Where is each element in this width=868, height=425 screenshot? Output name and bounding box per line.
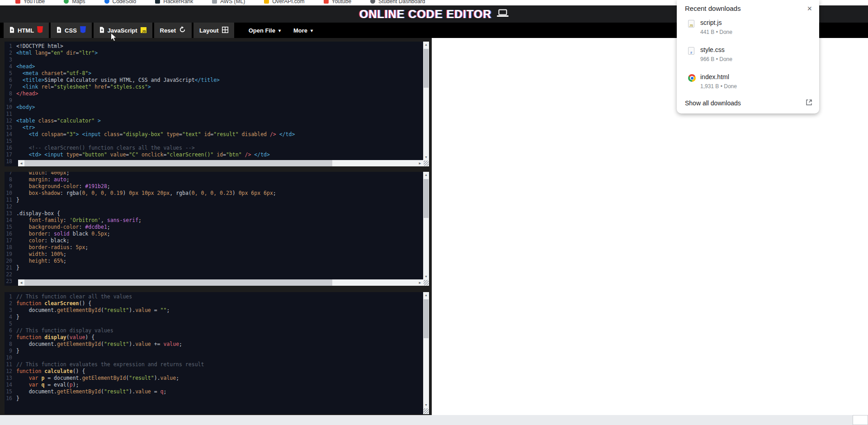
bookmark-item[interactable]: OverAPI.com [264, 0, 304, 5]
bookmark-item[interactable]: Maps [64, 0, 85, 5]
code-line[interactable]: 5 [5, 321, 429, 327]
download-file-name[interactable]: script.js [700, 19, 732, 26]
scroll-down-arrow-icon[interactable]: ▼ [423, 154, 429, 160]
layout-button[interactable]: Layout [193, 23, 234, 38]
js-editor-vscrollbar[interactable]: ▲ ▼ [423, 292, 429, 414]
download-item[interactable]: index.html1,931 B • Done [677, 73, 819, 100]
code-line[interactable]: 15 document.getElementById("result").val… [5, 388, 429, 395]
bookmark-item[interactable]: Student Dashboard [370, 0, 425, 5]
download-file-name[interactable]: index.html [700, 73, 737, 80]
code-line[interactable]: 7function display(value) { [5, 334, 429, 341]
code-line[interactable]: 8</head> [5, 90, 429, 97]
js-editor-panel[interactable]: 1// This function clear all the values2f… [5, 292, 429, 414]
code-line[interactable]: 16 <!-- clearScreen() function clears al… [5, 145, 429, 151]
code-line[interactable]: 8 document.getElementById("result").valu… [5, 341, 429, 348]
bookmark-item[interactable]: YouTube [15, 0, 45, 5]
resize-grip-icon[interactable] [423, 279, 429, 286]
scroll-down-arrow-icon[interactable]: ▼ [423, 274, 429, 279]
code-line[interactable]: 21} [5, 264, 429, 271]
code-line[interactable]: 12<table class="calculator" > [5, 118, 429, 124]
code-line[interactable]: 8 margin: auto; [5, 176, 429, 183]
scroll-left-arrow-icon[interactable]: ◄ [18, 281, 24, 285]
hscroll-thumb[interactable] [24, 279, 332, 286]
code-line[interactable]: 16 border: solid black 0.5px; [5, 231, 429, 237]
code-line[interactable]: 22 [5, 271, 429, 278]
hscroll-thumb[interactable] [24, 160, 332, 166]
css-editor-panel[interactable]: 7 width: 400px;8 margin: auto;9 backgrou… [5, 172, 429, 286]
css-file-button[interactable]: CSS [51, 23, 92, 38]
scroll-right-arrow-icon[interactable]: ► [417, 281, 423, 285]
resize-grip-icon[interactable] [423, 408, 429, 414]
vscroll-thumb[interactable] [424, 179, 429, 218]
vscroll-thumb[interactable] [424, 299, 429, 338]
reset-button[interactable]: Reset [154, 23, 192, 38]
code-line[interactable]: 9 [5, 97, 429, 104]
code-line[interactable]: 11 [5, 111, 429, 118]
scroll-down-arrow-icon[interactable]: ▼ [423, 402, 429, 408]
scroll-up-arrow-icon[interactable]: ▲ [423, 292, 429, 298]
download-item[interactable]: JSscript.js441 B • Done [677, 19, 819, 46]
scroll-left-arrow-icon[interactable]: ◄ [18, 161, 24, 165]
code-line[interactable]: 12function calculate() { [5, 368, 429, 375]
code-line[interactable]: 2function clearScreen() { [5, 300, 429, 307]
scroll-up-arrow-icon[interactable]: ▲ [423, 172, 429, 178]
html-editor-vscrollbar[interactable]: ▲ ▼ [423, 42, 429, 166]
code-line[interactable]: 10 box-shadow: rgba(0, 0, 0, 0.19) 0px 1… [5, 190, 429, 197]
code-line[interactable]: 6// This function display values [5, 327, 429, 334]
code-line[interactable]: 19 width: 100%; [5, 251, 429, 258]
download-file-name[interactable]: style.css [700, 46, 732, 53]
html-editor-panel[interactable]: 1<!DOCTYPE html>2<html lang="en" dir="lt… [5, 42, 429, 166]
line-number: 4 [5, 314, 16, 321]
css-editor-vscrollbar[interactable]: ▲ ▼ [423, 172, 429, 286]
code-line[interactable]: 11} [5, 197, 429, 203]
code-line[interactable]: 1// This function clear all the values [5, 293, 429, 300]
code-line[interactable]: 14 font-family: 'Orbitron', sans-serif; [5, 217, 429, 224]
code-line[interactable]: 3 [5, 57, 429, 63]
code-line[interactable]: 4<head> [5, 63, 429, 70]
code-line[interactable]: 1<!DOCTYPE html> [5, 43, 429, 50]
html-file-button[interactable]: HTML [4, 23, 49, 38]
code-line[interactable]: 5 <meta charset="utf-8"> [5, 70, 429, 77]
code-line[interactable]: 9} [5, 348, 429, 354]
code-line[interactable]: 13.display-box { [5, 210, 429, 217]
bookmark-item[interactable]: Youtube [324, 0, 352, 5]
close-icon[interactable]: × [807, 5, 812, 12]
html-editor-hscrollbar[interactable]: ◄ ► [18, 160, 423, 166]
code-line[interactable]: 9 background-color: #191b28; [5, 183, 429, 190]
bookmark-item[interactable]: HackerRank [155, 0, 193, 5]
code-line[interactable]: 14 <td colspan="3"> <input class="displa… [5, 131, 429, 138]
scroll-right-arrow-icon[interactable]: ► [417, 161, 423, 165]
code-line[interactable]: 13 <tr> [5, 124, 429, 131]
code-line[interactable]: 3 document.getElementById("result").valu… [5, 307, 429, 314]
code-line[interactable]: 12 [5, 203, 429, 210]
javascript-file-button[interactable]: JavaScriptJS [94, 23, 152, 38]
code-line[interactable]: 7 width: 400px; [5, 172, 429, 176]
code-line[interactable]: 17 <td> <input type="button" value="C" o… [5, 151, 429, 158]
more-button[interactable]: More ▾ [287, 23, 319, 38]
code-line[interactable]: 15 [5, 138, 429, 145]
code-line[interactable]: 17 color: black; [5, 237, 429, 244]
code-line[interactable]: 18 border-radius: 5px; [5, 244, 429, 251]
line-number: 9 [5, 183, 16, 190]
bookmark-item[interactable]: AWS (ML) [212, 0, 245, 5]
code-line[interactable]: 2<html lang="en" dir="ltr"> [5, 50, 429, 57]
code-line[interactable]: 10<body> [5, 104, 429, 111]
resize-grip-icon[interactable] [423, 160, 429, 166]
code-line[interactable]: 10 [5, 354, 429, 361]
show-all-downloads-button[interactable]: Show all downloads [685, 99, 812, 107]
code-line[interactable]: 4} [5, 314, 429, 321]
css-editor-hscrollbar[interactable]: ◄ ► [18, 279, 423, 286]
code-line[interactable]: 13 var p = document.getElementById("resu… [5, 375, 429, 382]
bookmark-item[interactable]: CodeSolo [104, 0, 137, 5]
code-line[interactable]: 15 background-color: #dcdbe1; [5, 224, 429, 231]
download-item[interactable]: #style.css966 B • Done [677, 46, 819, 73]
code-line[interactable]: 11// This function evaluates the express… [5, 361, 429, 368]
code-line[interactable]: 7 <link rel="stylesheet" href="styles.cs… [5, 84, 429, 90]
open-file-button[interactable]: Open File ▾ [242, 23, 287, 38]
code-line[interactable]: 14 var q = eval(p); [5, 382, 429, 388]
code-line[interactable]: 6 <title>Simple Calculator using HTML, C… [5, 77, 429, 84]
scroll-up-arrow-icon[interactable]: ▲ [423, 42, 429, 47]
code-line[interactable]: 20 height: 65%; [5, 258, 429, 264]
code-line[interactable]: 16} [5, 395, 429, 402]
vscroll-thumb[interactable] [424, 49, 429, 88]
